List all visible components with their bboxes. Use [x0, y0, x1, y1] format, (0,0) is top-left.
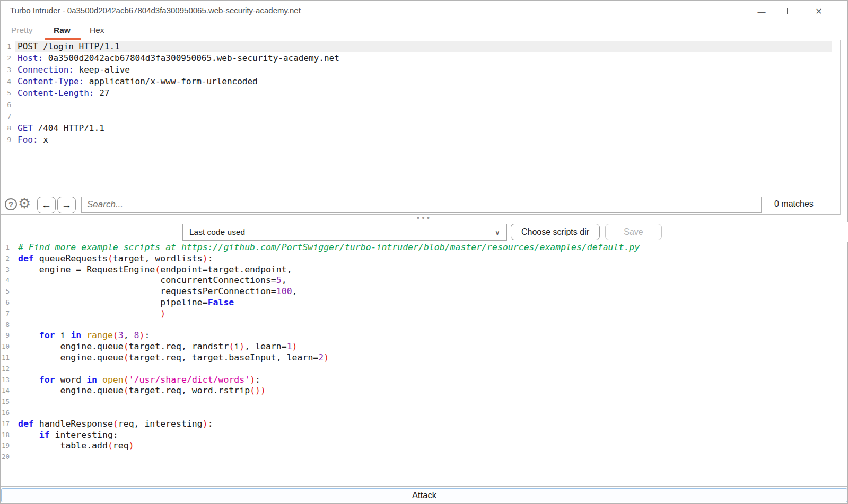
- search-bar: ? ⚙ ← → 0 matches: [1, 194, 840, 215]
- search-input[interactable]: [81, 197, 762, 213]
- line-content: Foo: x: [15, 134, 840, 146]
- line-number: 2: [1, 52, 15, 64]
- line-number: 3: [1, 264, 14, 276]
- line-content: [14, 320, 847, 331]
- tab-pretty[interactable]: Pretty: [11, 25, 32, 35]
- code-line[interactable]: 8: [1, 320, 847, 331]
- code-line[interactable]: 11 engine.queue(target.req, target.baseI…: [1, 352, 847, 364]
- search-next-button[interactable]: →: [57, 197, 76, 213]
- line-content: # Find more example scripts at https://g…: [14, 242, 847, 253]
- code-line[interactable]: 1# Find more example scripts at https://…: [1, 242, 847, 253]
- line-content: Content-Length: 27: [15, 87, 840, 99]
- close-button[interactable]: ✕: [810, 4, 828, 19]
- code-line[interactable]: 17def handleResponse(req, interesting):: [1, 419, 847, 430]
- line-content: [14, 364, 847, 375]
- code-line[interactable]: 16: [1, 408, 847, 419]
- line-number: 9: [1, 330, 14, 341]
- line-number: 4: [1, 275, 14, 286]
- line-content: GET /404 HTTP/1.1: [15, 122, 840, 134]
- title-bar: Turbo Intruder - 0a3500d2042acb67804d3fa…: [1, 1, 847, 22]
- request-line[interactable]: 7: [1, 111, 840, 122]
- code-line[interactable]: 14 engine.queue(target.req, word.rstrip(…: [1, 385, 847, 396]
- line-content: Content-Type: application/x-www-form-url…: [15, 76, 840, 87]
- python-script-editor[interactable]: 1# Find more example scripts at https://…: [1, 242, 847, 487]
- save-button[interactable]: Save: [605, 224, 662, 240]
- line-content: [15, 99, 840, 111]
- code-line[interactable]: 2def queueRequests(target, wordlists):: [1, 253, 847, 264]
- turbo-intruder-window: Turbo Intruder - 0a3500d2042acb67804d3fa…: [0, 0, 848, 504]
- request-line[interactable]: 3Connection: keep-alive: [1, 64, 840, 76]
- line-content: [15, 111, 840, 122]
- line-number: 14: [1, 385, 14, 396]
- code-line[interactable]: 9 for i in range(3, 8):: [1, 330, 847, 341]
- gear-icon[interactable]: ⚙: [18, 195, 31, 212]
- line-content: if interesting:: [14, 430, 847, 441]
- line-number: 8: [1, 122, 15, 134]
- line-number: 18: [1, 430, 14, 441]
- arrow-right-icon: →: [62, 199, 72, 211]
- line-number: 5: [1, 286, 14, 297]
- request-line[interactable]: 5Content-Length: 27: [1, 87, 840, 99]
- line-number: 11: [1, 352, 14, 364]
- line-number: 4: [1, 76, 15, 87]
- line-content: engine.queue(target.req, randstr(i), lea…: [14, 341, 847, 352]
- line-content: pipeline=False: [14, 297, 847, 308]
- request-line[interactable]: 1POST /login HTTP/1.1: [1, 41, 840, 52]
- request-line[interactable]: 8GET /404 HTTP/1.1: [1, 122, 840, 134]
- line-number: 13: [1, 375, 14, 386]
- script-select-value: Last code used: [189, 227, 245, 237]
- code-line[interactable]: 13 for word in open('/usr/share/dict/wor…: [1, 375, 847, 386]
- code-line[interactable]: 19 table.add(req): [1, 440, 847, 452]
- code-line[interactable]: 4 concurrentConnections=5,: [1, 275, 847, 286]
- line-number: 6: [1, 297, 14, 308]
- line-number: 7: [1, 111, 15, 122]
- request-line[interactable]: 9Foo: x: [1, 134, 840, 146]
- message-editor-tabbar: Pretty Raw Hex \n: [1, 22, 840, 40]
- code-line[interactable]: 20: [1, 452, 847, 463]
- http-request-editor[interactable]: 1POST /login HTTP/1.12Host: 0a3500d2042a…: [1, 41, 840, 194]
- tab-hex[interactable]: Hex: [90, 25, 104, 35]
- search-prev-button[interactable]: ←: [37, 197, 56, 213]
- code-line[interactable]: 6 pipeline=False: [1, 297, 847, 308]
- code-line[interactable]: 3 engine = RequestEngine(endpoint=target…: [1, 264, 847, 276]
- code-line[interactable]: 18 if interesting:: [1, 430, 847, 441]
- request-line[interactable]: 6: [1, 99, 840, 111]
- choose-scripts-dir-button[interactable]: Choose scripts dir: [511, 224, 600, 240]
- line-number: 9: [1, 134, 15, 146]
- line-number: 1: [1, 242, 14, 253]
- search-matches-count: 0 matches: [774, 199, 814, 209]
- splitter-grip-icon[interactable]: ●●●: [411, 215, 438, 220]
- help-icon[interactable]: ?: [5, 198, 17, 210]
- code-line[interactable]: 7 ): [1, 308, 847, 320]
- attack-button[interactable]: Attack: [1, 488, 847, 502]
- code-line[interactable]: 12: [1, 364, 847, 375]
- line-number: 20: [1, 452, 14, 463]
- request-line[interactable]: 2Host: 0a3500d2042acb67804d3fa300950065.…: [1, 52, 840, 64]
- line-content: concurrentConnections=5,: [14, 275, 847, 286]
- line-content: Host: 0a3500d2042acb67804d3fa300950065.w…: [15, 52, 840, 64]
- line-number: 5: [1, 87, 15, 99]
- arrow-left-icon: ←: [41, 199, 51, 211]
- line-number: 1: [1, 41, 15, 52]
- line-number: 17: [1, 419, 14, 430]
- line-content: engine.queue(target.req, word.rstrip()): [14, 385, 847, 396]
- script-select[interactable]: Last code used ∨: [182, 224, 507, 241]
- tab-raw[interactable]: Raw: [54, 25, 71, 35]
- line-content: engine.queue(target.req, target.baseInpu…: [14, 352, 847, 364]
- line-number: 19: [1, 440, 14, 452]
- line-content: def queueRequests(target, wordlists):: [14, 253, 847, 264]
- line-content: [14, 396, 847, 408]
- code-line[interactable]: 5 requestsPerConnection=100,: [1, 286, 847, 297]
- code-line[interactable]: 15: [1, 396, 847, 408]
- chevron-down-icon: ∨: [495, 228, 500, 236]
- line-content: engine = RequestEngine(endpoint=target.e…: [14, 264, 847, 276]
- code-line[interactable]: 10 engine.queue(target.req, randstr(i), …: [1, 341, 847, 352]
- line-content: requestsPerConnection=100,: [14, 286, 847, 297]
- editor-right-rule: [840, 40, 841, 215]
- line-content: for word in open('/usr/share/dict/words'…: [14, 375, 847, 386]
- minimize-button[interactable]: —: [753, 4, 771, 19]
- line-number: 15: [1, 396, 14, 408]
- maximize-button[interactable]: [781, 4, 799, 19]
- active-tab-indicator: [45, 38, 81, 40]
- request-line[interactable]: 4Content-Type: application/x-www-form-ur…: [1, 76, 840, 87]
